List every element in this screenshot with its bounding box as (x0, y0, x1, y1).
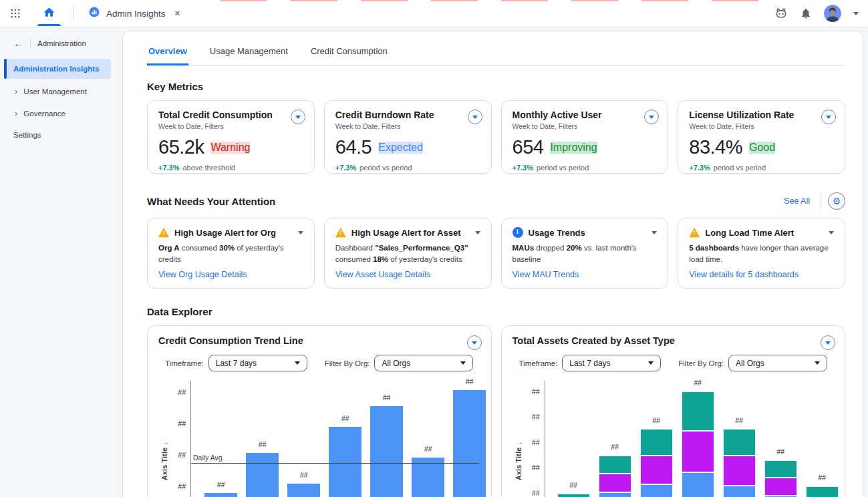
attention-row: High Usage Alert for Org Org A consumed … (147, 218, 845, 289)
alert-link[interactable]: View Asset Usage Details (335, 270, 480, 279)
chevron-right-icon: › (15, 87, 17, 96)
app-body: ← Administration Administration Insights… (0, 27, 868, 497)
bar-value-label: ## (466, 377, 474, 385)
stacked-bar-segment-asset-type-magenta[interactable] (723, 456, 756, 486)
alert-caret-icon[interactable] (298, 231, 303, 234)
alert-link[interactable]: View MAU Trends (513, 270, 658, 279)
stacked-bar-segment-asset-type-magenta[interactable] (640, 456, 673, 484)
delta-value: +7.3% (158, 164, 180, 172)
alert-body: 5 dashboards have longer than average lo… (689, 242, 834, 266)
sidebar-item-administration-insights[interactable]: Administration Insights (4, 59, 111, 79)
bar-value-label: ## (652, 416, 660, 424)
stacked-bar-segment-asset-type-teal[interactable] (557, 494, 590, 497)
stacked-bar-segment-asset-type-blue[interactable] (599, 492, 631, 497)
bar[interactable] (246, 453, 279, 497)
y-axis-tick: ## (178, 451, 186, 459)
account-caret-icon[interactable] (853, 12, 859, 15)
app-grid-icon[interactable] (9, 7, 21, 19)
chart-card-credit-trend: Credit Consumption Trend Line Timeframe:… (147, 325, 492, 497)
y-axis-tick: ## (532, 438, 540, 446)
top-bar: Admin Insights ✕ (0, 0, 868, 27)
metric-value: 64.5 (335, 136, 372, 158)
stacked-bar-segment-asset-type-teal[interactable] (640, 429, 673, 456)
metric-title: Monthly Active User (513, 110, 658, 120)
gear-icon[interactable]: ⚙ (828, 192, 845, 210)
stacked-bar-segment-asset-type-teal[interactable] (599, 456, 631, 474)
filter-org-select[interactable]: All Orgs (374, 355, 473, 371)
see-all-link[interactable]: See All (780, 196, 814, 206)
metric-delta-row: +7.3%period vs period (335, 164, 480, 172)
bar[interactable] (453, 390, 486, 497)
card-menu-button[interactable] (821, 335, 835, 350)
metric-subtitle: Week to Date, Filters (513, 122, 658, 130)
stacked-bar-segment-asset-type-blue[interactable] (640, 484, 673, 497)
timeframe-select[interactable]: Last 7 days (562, 355, 661, 371)
alert-caret-icon[interactable] (652, 231, 657, 234)
y-axis-tick: ## (178, 388, 186, 396)
card-menu-button[interactable] (468, 110, 482, 124)
bar[interactable] (287, 484, 320, 497)
chevron-down-icon (648, 361, 654, 365)
stacked-bar-segment-asset-type-teal[interactable] (682, 391, 714, 431)
alert-caret-icon[interactable] (829, 231, 834, 234)
timeframe-select[interactable]: Last 7 days (208, 355, 307, 371)
delta-value: +7.3% (689, 164, 710, 172)
stacked-bar-segment-asset-type-magenta[interactable] (682, 431, 714, 472)
metric-card: Total Credit Consumption Week to Date, F… (147, 100, 315, 174)
alert-caret-icon[interactable] (475, 231, 480, 234)
card-menu-button[interactable] (467, 335, 482, 350)
open-document-tab[interactable]: Admin Insights ✕ (88, 6, 181, 21)
metric-delta-row: +7.3%period vs period (513, 164, 658, 172)
back-arrow-icon[interactable]: ← (13, 38, 23, 48)
sidebar-item-governance[interactable]: › Governance (0, 102, 120, 124)
tab-usage-management[interactable]: Usage Management (208, 46, 289, 65)
timeframe-label: Timeframe: (165, 359, 204, 367)
alert-card: High Usage Alert for Org Org A consumed … (147, 218, 315, 289)
bar[interactable] (370, 406, 403, 497)
alert-body: Dashboard "Sales_Performance_Q3" consume… (335, 242, 480, 266)
metric-title: License Utilization Rate (689, 110, 834, 120)
alert-link[interactable]: View details for 5 dashboards (689, 270, 834, 279)
tab-overview[interactable]: Overview (147, 46, 188, 65)
y-axis-ticks: ######## (170, 381, 190, 497)
sidebar-item-label: User Management (23, 88, 87, 96)
avatar[interactable] (824, 5, 841, 22)
sidebar-item-user-management[interactable]: › User Management (0, 80, 120, 102)
status-badge: Warning (210, 142, 250, 154)
y-axis-title: Axis Title ↓ (513, 381, 525, 497)
stacked-bar-segment-asset-type-magenta[interactable] (599, 474, 631, 492)
stacked-bar-segment-asset-type-blue[interactable] (682, 472, 714, 497)
metric-subtitle: Week to Date, Filters (689, 122, 834, 130)
sidebar-item-settings[interactable]: Settings (0, 124, 120, 146)
stacked-bar-segment-asset-type-magenta[interactable] (764, 478, 797, 496)
home-tab[interactable] (33, 0, 65, 27)
close-icon[interactable]: ✕ (174, 9, 181, 18)
notifications-bell-icon[interactable] (800, 7, 812, 19)
bot-assistant-icon[interactable] (774, 7, 788, 20)
stacked-bar-segment-asset-type-teal[interactable] (806, 486, 839, 497)
card-menu-button[interactable] (291, 110, 305, 124)
alert-card: Long Load Time Alert 5 dashboards have l… (678, 218, 845, 289)
attention-heading: What Needs Your Attention (147, 196, 275, 207)
metric-value: 65.2k (158, 136, 204, 158)
bar-value-label: ## (776, 448, 784, 456)
alert-link[interactable]: View Org Usage Details (158, 270, 303, 279)
stacked-bar-segment-asset-type-blue[interactable] (723, 486, 756, 497)
chart-title: Credit Consumption Trend Line (158, 335, 480, 346)
reference-line-label: Daily Avg. (193, 454, 225, 462)
delta-suffix: period vs period (359, 164, 412, 172)
delta-value: +7.3% (513, 164, 534, 172)
bar-value-label: ## (341, 414, 349, 422)
chart-controls: Timeframe: Last 7 days Filter By Org: Al… (158, 355, 480, 371)
bar[interactable] (329, 427, 361, 497)
stacked-bar-segment-asset-type-teal[interactable] (723, 429, 756, 456)
delta-suffix: period vs period (537, 164, 589, 172)
sidebar-header-divider (30, 39, 31, 48)
card-menu-button[interactable] (821, 110, 836, 124)
warning-icon (158, 227, 169, 238)
stacked-bar-segment-asset-type-teal[interactable] (764, 460, 797, 478)
metric-delta-row: +7.3%period vs period (689, 164, 834, 172)
bar[interactable] (204, 493, 237, 497)
filter-org-select[interactable]: All Orgs (728, 355, 827, 371)
tab-credit-consumption[interactable]: Credit Consumption (309, 46, 389, 65)
